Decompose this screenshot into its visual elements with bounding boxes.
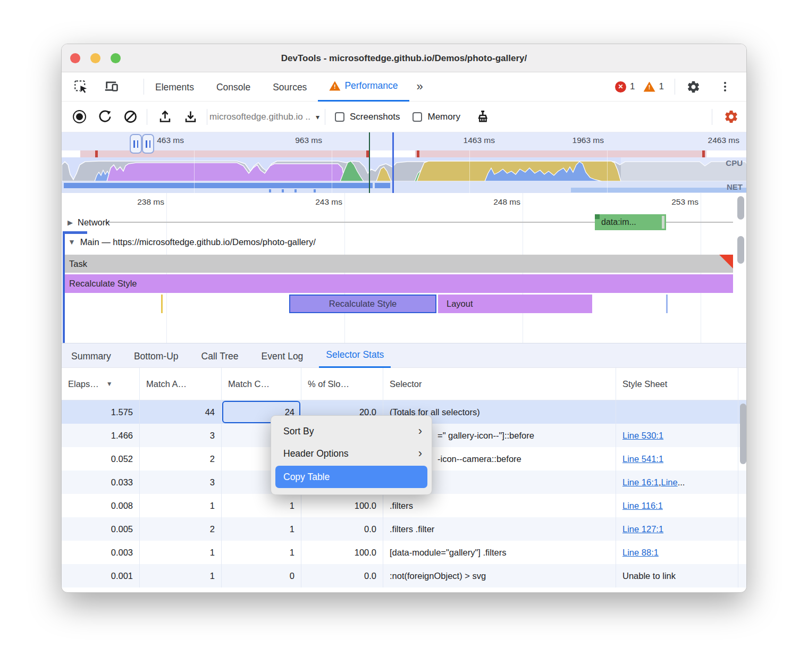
- network-track-header[interactable]: ▶ Network: [68, 213, 110, 232]
- memory-checkbox[interactable]: [413, 112, 422, 122]
- recalculate-style-bar[interactable]: Recalculate Style: [65, 274, 733, 293]
- grid-scrollbar-thumb[interactable]: [740, 404, 746, 464]
- cell-pct-slow[interactable]: 0.0: [301, 564, 383, 587]
- cell-elapsed[interactable]: 0.033: [62, 471, 140, 494]
- reload-and-record-icon[interactable]: [96, 108, 114, 126]
- cell-selector[interactable]: [data-module="gallery"] .filters: [383, 541, 616, 564]
- error-badge-icon[interactable]: ✕: [615, 81, 626, 93]
- tab-call-tree[interactable]: Call Tree: [195, 343, 246, 368]
- cell-style-sheet[interactable]: Line 88:1: [616, 541, 738, 564]
- tab-event-log[interactable]: Event Log: [255, 343, 310, 368]
- cell-elapsed[interactable]: 0.008: [62, 494, 140, 517]
- cell-style-sheet[interactable]: Line 16:1 , Line...: [616, 471, 738, 494]
- tab-summary[interactable]: Summary: [64, 343, 118, 368]
- device-toolbar-icon[interactable]: [102, 77, 121, 96]
- screenshots-checkbox[interactable]: [335, 112, 344, 122]
- timeline-ruler[interactable]: 238 ms 243 ms 248 ms 253 ms: [62, 193, 746, 213]
- task-event-bar[interactable]: Task: [65, 255, 733, 273]
- cell-selector[interactable]: .filters: [383, 494, 616, 517]
- settings-gear-icon[interactable]: [684, 77, 703, 96]
- stylesheet-link[interactable]: Line: [661, 477, 678, 488]
- cell-match-attempts[interactable]: 3: [140, 471, 222, 494]
- column-header-selector[interactable]: Selector: [383, 368, 616, 400]
- capture-settings-gear-icon[interactable]: [722, 108, 740, 126]
- kebab-menu-icon[interactable]: [716, 77, 735, 96]
- tab-elements[interactable]: Elements: [144, 72, 205, 102]
- column-header-match-count[interactable]: Match C…: [222, 368, 301, 400]
- tab-selector-stats[interactable]: Selector Stats: [319, 343, 391, 368]
- column-header-elapsed[interactable]: Elaps… ▼: [62, 368, 140, 400]
- cell-match-count[interactable]: 1: [222, 494, 301, 517]
- cell-match-attempts[interactable]: 2: [140, 517, 222, 541]
- cell-elapsed[interactable]: 0.003: [62, 541, 140, 564]
- table-row[interactable]: 0.001 1 0 0.0 :not(foreignObject) > svg …: [62, 564, 746, 587]
- stylesheet-link[interactable]: Line 530:1: [622, 431, 663, 441]
- tab-bottom-up[interactable]: Bottom-Up: [127, 343, 186, 368]
- menu-item-header-options[interactable]: Header Options ›: [271, 442, 432, 465]
- cpu-overview-chart[interactable]: CPU: [62, 157, 746, 181]
- save-profile-icon[interactable]: [181, 108, 199, 126]
- record-button[interactable]: [70, 108, 88, 126]
- flame-scrollbar-thumb[interactable]: [737, 236, 744, 264]
- stylesheet-link[interactable]: Line 541:1: [622, 454, 663, 464]
- selected-recalculate-style-event[interactable]: Recalculate Style: [289, 295, 436, 313]
- table-row[interactable]: 0.003 1 1 100.0 [data-module="gallery"] …: [62, 541, 746, 564]
- inspect-element-icon[interactable]: [71, 77, 90, 96]
- flame-scrollbar-thumb[interactable]: [737, 196, 744, 220]
- main-track-header[interactable]: ▼ Main — https://microsoftedge.github.io…: [68, 231, 316, 253]
- cell-elapsed[interactable]: 0.052: [62, 447, 140, 471]
- cell-style-sheet[interactable]: Line 530:1: [616, 424, 738, 447]
- table-row[interactable]: 0.008 1 1 100.0 .filters Line 116:1: [62, 494, 746, 517]
- layout-event[interactable]: Layout: [438, 295, 592, 313]
- cell-selector[interactable]: :not(foreignObject) > svg: [383, 564, 616, 587]
- cell-style-sheet[interactable]: Line 116:1: [616, 494, 738, 517]
- overview-ruler[interactable]: 463 ms 963 ms 1463 ms 1963 ms 2463 ms: [62, 132, 746, 150]
- cell-match-attempts[interactable]: 2: [140, 447, 222, 471]
- cell-elapsed[interactable]: 1.575: [62, 400, 140, 424]
- column-header-pct-slow[interactable]: % of Slo…: [301, 368, 383, 400]
- cell-match-attempts[interactable]: 3: [140, 424, 222, 447]
- clear-recording-icon[interactable]: [121, 108, 139, 126]
- warning-badge-icon[interactable]: !: [644, 82, 655, 92]
- load-profile-icon[interactable]: [156, 108, 174, 126]
- table-row[interactable]: 0.005 2 1 0.0 .filters .filter Line 127:…: [62, 517, 746, 541]
- cell-elapsed[interactable]: 0.005: [62, 517, 140, 541]
- cell-elapsed[interactable]: 1.466: [62, 424, 140, 447]
- column-header-match-attempts[interactable]: Match A…: [140, 368, 222, 400]
- tab-sources[interactable]: Sources: [262, 72, 318, 102]
- cell-selector[interactable]: .filters .filter: [383, 517, 616, 541]
- cell-match-attempts[interactable]: 44: [140, 400, 222, 424]
- cell-match-count[interactable]: 0: [222, 564, 301, 587]
- tab-console[interactable]: Console: [205, 72, 262, 102]
- cell-style-sheet[interactable]: Line 541:1: [616, 447, 738, 471]
- cell-elapsed[interactable]: 0.001: [62, 564, 140, 587]
- menu-item-copy-table[interactable]: Copy Table: [275, 466, 427, 488]
- stylesheet-link[interactable]: Line 116:1: [622, 501, 663, 511]
- cell-style-sheet[interactable]: Unable to link: [616, 564, 738, 587]
- stylesheet-link[interactable]: Line 127:1: [622, 524, 663, 534]
- window-left-resizer-handle[interactable]: [130, 134, 142, 154]
- overview-task-strip: [80, 150, 369, 157]
- collect-garbage-icon[interactable]: [473, 108, 491, 126]
- tab-performance[interactable]: ! Performance: [318, 72, 409, 102]
- more-tabs-icon[interactable]: »: [409, 80, 431, 94]
- profile-select[interactable]: microsoftedge.github.io .. ▾: [209, 112, 319, 122]
- cell-match-attempts[interactable]: 1: [140, 541, 222, 564]
- cell-pct-slow[interactable]: 0.0: [301, 517, 383, 541]
- menu-item-sort-by[interactable]: Sort By ›: [271, 420, 432, 442]
- cell-match-count[interactable]: 1: [222, 517, 301, 541]
- stylesheet-link[interactable]: Line 88:1: [622, 548, 659, 558]
- cell-pct-slow[interactable]: 100.0: [301, 494, 383, 517]
- cell-match-attempts[interactable]: 1: [140, 564, 222, 587]
- cell-style-sheet[interactable]: [616, 400, 738, 424]
- cell-style-sheet[interactable]: Line 127:1: [616, 517, 738, 541]
- window-right-resizer-handle[interactable]: [142, 134, 154, 154]
- network-request-event[interactable]: data:im...: [595, 214, 666, 230]
- cell-match-attempts[interactable]: 1: [140, 494, 222, 517]
- stylesheet-link[interactable]: Line 16:1: [622, 477, 659, 488]
- column-header-style-sheet[interactable]: Style Sheet: [616, 368, 738, 400]
- network-request-label: data:im...: [601, 217, 636, 227]
- cell-match-count[interactable]: 1: [222, 541, 301, 564]
- cell-pct-slow[interactable]: 100.0: [301, 541, 383, 564]
- net-overview-strip[interactable]: NET: [62, 181, 746, 193]
